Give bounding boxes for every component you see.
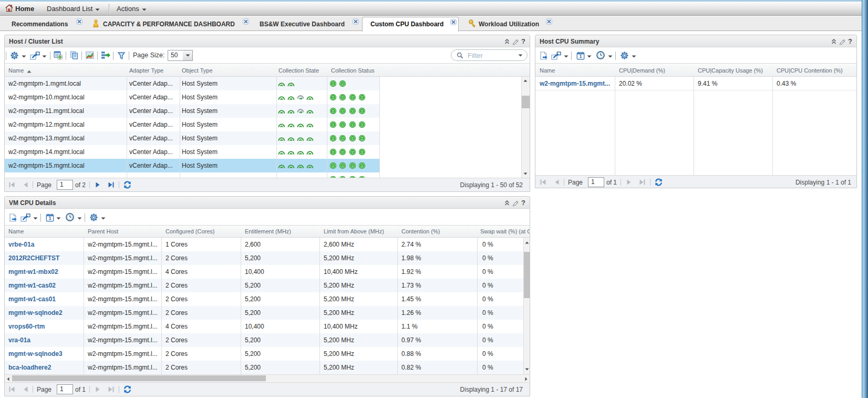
svg-text:1: 1: [580, 54, 582, 59]
svg-text:1: 1: [49, 216, 51, 221]
